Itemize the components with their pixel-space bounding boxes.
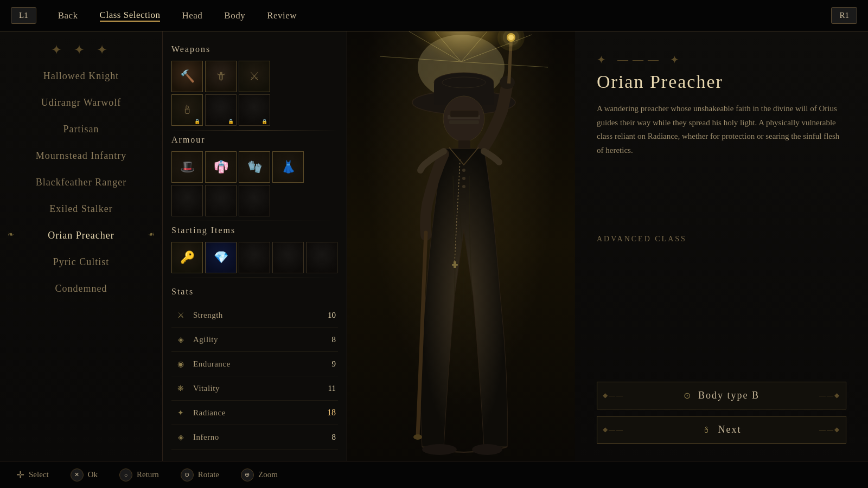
class-item-blackfeather-ranger[interactable]: Blackfeather Ranger: [0, 169, 162, 196]
endurance-value: 9: [320, 359, 336, 369]
bottom-rotate: ⊙ Rotate: [181, 468, 219, 481]
next-button[interactable]: 🕯 Next: [597, 416, 846, 444]
nav-back[interactable]: Back: [58, 10, 78, 21]
stat-row-radiance: ✦ Radiance 18: [171, 401, 338, 425]
armour-slot-arms[interactable]: 🧤: [239, 151, 270, 183]
starting-item-5[interactable]: [306, 242, 337, 273]
svg-point-17: [500, 76, 515, 89]
inferno-icon: ◈: [174, 430, 188, 444]
armour-slot-extra1[interactable]: [171, 185, 203, 216]
svg-rect-26: [452, 264, 458, 266]
class-info-description: A wandering preacher whose unshakeable f…: [597, 102, 846, 224]
weapons-grid-row2: 🕯 🔒 🔒 🔒: [171, 94, 338, 126]
svg-rect-15: [450, 111, 478, 117]
weapon2-icon: 🗡: [215, 69, 227, 84]
rotate-button-icon[interactable]: ⊙: [181, 468, 194, 481]
class-item-mournstead-infantry[interactable]: Mournstead Infantry: [0, 143, 162, 169]
bottom-zoom: ⊕ Zoom: [241, 468, 278, 481]
weapon3-icon: ⚔: [249, 69, 260, 84]
ok-button-icon[interactable]: ✕: [71, 468, 84, 481]
armour-arms-icon: 🧤: [247, 160, 262, 174]
starting-item-3[interactable]: [239, 242, 270, 273]
radiance-label: Radiance: [193, 408, 320, 418]
stat-row-vitality: ❋ Vitality 11: [171, 376, 338, 401]
weapon-slot-2[interactable]: 🗡: [205, 61, 237, 92]
class-item-hallowed-knight[interactable]: Hallowed Knight: [0, 63, 162, 89]
starting-item-4[interactable]: [272, 242, 304, 273]
armour-slot-extra3[interactable]: [239, 185, 270, 216]
body-type-icon: ⊙: [684, 390, 692, 401]
class-item-condemned[interactable]: Condemned: [0, 275, 162, 302]
l1-button[interactable]: L1: [11, 7, 36, 24]
weapon1-icon: 🔨: [180, 69, 195, 84]
weapons-grid-row1: 🔨 🗡 ⚔: [171, 61, 338, 92]
rotate-label: Rotate: [198, 470, 219, 479]
items-divider: [171, 278, 338, 278]
zoom-button-icon[interactable]: ⊕: [241, 468, 254, 481]
nav-head[interactable]: Head: [182, 10, 202, 21]
starting-items-title: Starting Items: [171, 226, 338, 235]
starting-item-2[interactable]: 💎: [205, 242, 237, 273]
vitality-value: 11: [320, 384, 336, 393]
character-artwork: [347, 31, 575, 461]
agility-value: 8: [320, 335, 336, 344]
armour-title: Armour: [171, 135, 338, 145]
class-info-panel: ✦ ——— ✦ Orian Preacher A wandering preac…: [575, 31, 868, 461]
inferno-label: Inferno: [193, 433, 320, 442]
bottom-action-bar: ✛ Select ✕ Ok ○ Return ⊙ Rotate ⊕ Zoom: [0, 461, 868, 488]
panel-ornament-top: ✦ ✦ ✦: [0, 42, 162, 57]
nav-review[interactable]: Review: [267, 10, 297, 21]
armour-head-icon: 🎩: [180, 160, 195, 174]
class-item-pyric-cultist[interactable]: Pyric Cultist: [0, 249, 162, 275]
preacher-silhouette: [363, 31, 559, 461]
armour-legs-icon: 👗: [281, 160, 296, 174]
next-label: Next: [718, 424, 742, 435]
nav-body[interactable]: Body: [224, 10, 245, 21]
class-item-exiled-stalker[interactable]: Exiled Stalker: [0, 196, 162, 222]
select-crosshair-icon: ✛: [16, 469, 24, 481]
class-item-partisan[interactable]: Partisan: [0, 116, 162, 143]
strength-label: Strength: [193, 311, 320, 320]
weapon-slot-5[interactable]: 🔒: [205, 94, 237, 126]
weapon4-icon: 🕯: [181, 103, 193, 117]
svg-point-28: [472, 444, 502, 455]
bottom-select: ✛ Select: [16, 469, 49, 481]
body-type-button[interactable]: ⊙ Body type B: [597, 382, 846, 409]
class-list-panel: ✦ ✦ ✦ Hallowed Knight Udirangr Warwolf P…: [0, 31, 163, 461]
weapon-slot-3[interactable]: ⚔: [239, 61, 270, 92]
nav-class-selection[interactable]: Class Selection: [100, 10, 161, 22]
starting1-icon: 🔑: [180, 251, 195, 265]
character-art-panel: [347, 31, 575, 461]
weapon-slot-6[interactable]: 🔒: [239, 94, 270, 126]
weapon6-lock: 🔒: [261, 119, 267, 124]
svg-point-30: [462, 177, 465, 180]
r1-button[interactable]: R1: [831, 7, 857, 24]
agility-label: Agility: [193, 335, 320, 344]
class-details-panel: Weapons 🔨 🗡 ⚔ 🕯 🔒 🔒 🔒 Armour 🎩 👘: [163, 31, 347, 461]
starting-item-1[interactable]: 🔑: [171, 242, 203, 273]
svg-rect-14: [449, 120, 479, 124]
weapon-slot-1[interactable]: 🔨: [171, 61, 203, 92]
bottom-ok: ✕ Ok: [71, 468, 98, 481]
strength-icon: ⚔: [174, 308, 188, 322]
vitality-icon: ❋: [174, 381, 188, 395]
right-panel-ornament: ✦ ——— ✦: [597, 53, 846, 66]
stats-title: Stats: [171, 287, 338, 297]
weapon-slot-4[interactable]: 🕯 🔒: [171, 94, 203, 126]
weapon4-lock: 🔒: [194, 119, 200, 124]
armour-slot-legs[interactable]: 👗: [272, 151, 304, 183]
body-type-label: Body type B: [698, 390, 760, 401]
svg-point-31: [462, 185, 465, 188]
armour-slot-extra2[interactable]: [205, 185, 237, 216]
armour-slot-head[interactable]: 🎩: [171, 151, 203, 183]
select-label: Select: [29, 470, 49, 479]
armour-slot-body[interactable]: 👘: [205, 151, 237, 183]
return-label: Return: [137, 470, 159, 479]
zoom-label: Zoom: [258, 470, 278, 479]
return-button-icon[interactable]: ○: [119, 468, 132, 481]
stats-section: Stats ⚔ Strength 10 ◈ Agility 8 ◉ Endura…: [171, 287, 338, 450]
advanced-class-label: ADVANCED CLASS: [597, 235, 846, 243]
armour-body-icon: 👘: [214, 160, 228, 174]
class-item-orian-preacher[interactable]: Orian Preacher: [0, 222, 162, 249]
class-item-udirangr-warwolf[interactable]: Udirangr Warwolf: [0, 89, 162, 116]
